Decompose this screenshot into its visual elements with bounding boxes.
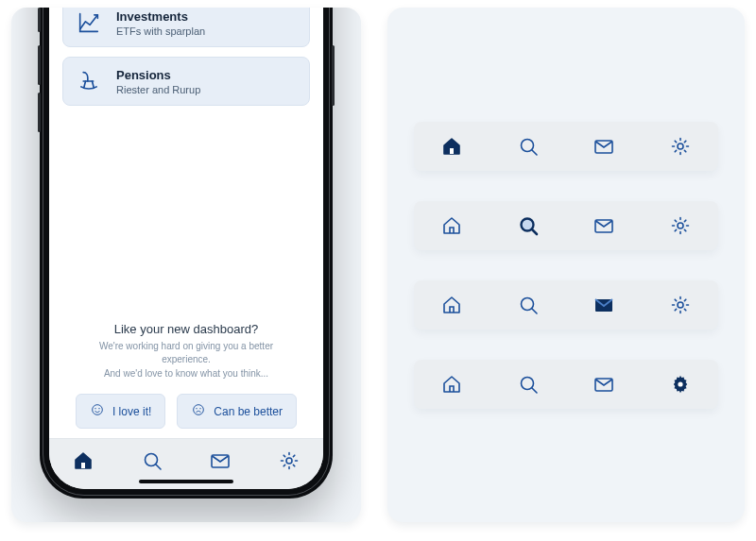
- nav-settings[interactable]: [668, 293, 693, 317]
- can-be-better-button[interactable]: Can be better: [177, 394, 297, 429]
- navbar-state-gear: [414, 360, 718, 409]
- nav-mail[interactable]: [592, 213, 616, 238]
- phone-mock-panel: Explore investment options Deposits Retu…: [11, 8, 361, 522]
- nav-search[interactable]: [516, 213, 541, 238]
- nav-settings[interactable]: [668, 134, 693, 159]
- nav-search[interactable]: [516, 372, 541, 397]
- option-pensions[interactable]: Pensions Riester and Rurup: [62, 57, 310, 106]
- nav-search[interactable]: [516, 293, 541, 317]
- nav-settings[interactable]: [668, 372, 693, 397]
- smile-icon: [90, 402, 105, 420]
- chart-up-icon: [75, 8, 103, 37]
- feedback-desc: We're working hard on giving you a bette…: [77, 340, 295, 381]
- nav-home[interactable]: [439, 134, 464, 159]
- nav-home[interactable]: [439, 293, 464, 317]
- option-title: Pensions: [116, 68, 200, 82]
- phone-screen: Explore investment options Deposits Retu…: [49, 8, 323, 489]
- nav-mail[interactable]: [592, 372, 616, 397]
- navbar-state-home: [414, 122, 718, 171]
- nav-mail[interactable]: [208, 448, 232, 473]
- love-it-label: I love it!: [112, 405, 151, 418]
- better-label: Can be better: [214, 405, 283, 418]
- nav-home[interactable]: [439, 213, 464, 238]
- love-it-button[interactable]: I love it!: [76, 394, 165, 429]
- nav-search[interactable]: [516, 134, 541, 159]
- nav-settings[interactable]: [277, 448, 301, 473]
- option-sub: ETFs with sparplan: [116, 25, 205, 37]
- rocking-chair-icon: [75, 67, 103, 95]
- nav-home[interactable]: [439, 372, 464, 397]
- home-indicator: [139, 480, 233, 483]
- nav-home[interactable]: [71, 448, 95, 473]
- feedback-title: Like your new dashboard?: [62, 322, 310, 336]
- navbar-states-panel: [387, 8, 745, 522]
- navbar-state-search: [414, 201, 718, 250]
- nav-settings[interactable]: [668, 213, 693, 238]
- option-title: Investments: [116, 9, 205, 24]
- phone-frame: Explore investment options Deposits Retu…: [40, 8, 333, 499]
- nav-mail[interactable]: [592, 293, 616, 317]
- feedback-block: Like your new dashboard? We're working h…: [62, 297, 310, 430]
- frown-icon: [191, 402, 206, 420]
- option-investments[interactable]: Investments ETFs with sparplan: [62, 8, 310, 47]
- option-sub: Riester and Rurup: [116, 84, 200, 95]
- nav-search[interactable]: [140, 448, 164, 473]
- nav-mail[interactable]: [592, 134, 616, 159]
- navbar-state-mail: [414, 280, 718, 330]
